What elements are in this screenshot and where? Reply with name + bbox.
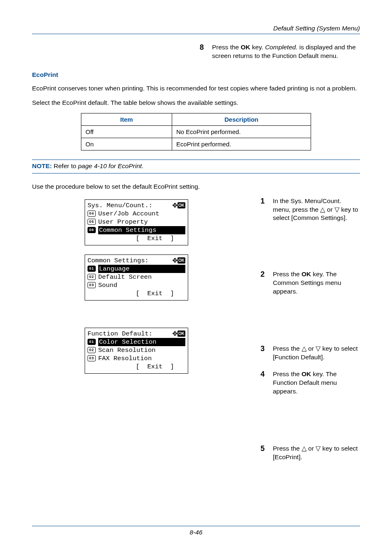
step-1: 1 In the Sys. Menu/Count. menu, press th… — [261, 197, 360, 223]
ok-icon: OK — [178, 331, 185, 337]
down-arrow-icon: ▽ — [316, 345, 321, 352]
right-column: 1 In the Sys. Menu/Count. menu, press th… — [261, 197, 360, 470]
menu-num-badge: 04 — [88, 210, 96, 217]
ok-icon: OK — [178, 257, 185, 264]
table-row: Off No EcoPrint performed. — [81, 125, 311, 138]
lcd-panel-common-settings: Common Settings: ✥ OK 01Language 02Defau… — [85, 254, 188, 301]
procedure-intro: Use the procedure below to set the defau… — [32, 183, 360, 191]
menu-num-badge: 01 — [88, 339, 96, 345]
page-header: Default Setting (System Menu) — [32, 25, 360, 34]
two-column: Sys. Menu/Count.: ✥ OK 04User/Job Accoun… — [32, 197, 360, 470]
ok-icon: OK — [178, 202, 185, 208]
page-footer: 8-46 — [32, 526, 360, 536]
step-text: Press the OK key. Completed. is displaye… — [212, 43, 360, 60]
paragraph: EcoPrint conserves toner when printing. … — [32, 84, 360, 93]
page: Default Setting (System Menu) 8 Press th… — [0, 0, 392, 555]
step-5: 5 Press the △ or ▽ key to select [EcoPri… — [261, 444, 360, 462]
nav-arrows-icon: ✥ — [172, 330, 178, 338]
nav-arrows-icon: ✥ — [172, 257, 178, 265]
note: NOTE: Refer to page 4-10 for EcoPrint. — [32, 160, 360, 173]
menu-num-badge: 03 — [88, 282, 96, 288]
menu-num-badge: 02 — [88, 347, 96, 353]
ecoprint-heading: EcoPrint — [32, 71, 360, 79]
left-column: Sys. Menu/Count.: ✥ OK 04User/Job Accoun… — [32, 197, 241, 470]
note-label: NOTE: — [32, 162, 52, 169]
up-arrow-icon: △ — [320, 206, 325, 213]
paragraph: Select the EcoPrint default. The table b… — [32, 99, 360, 107]
lcd-panel-sys-menu: Sys. Menu/Count.: ✥ OK 04User/Job Accoun… — [85, 199, 188, 245]
nav-arrows-icon: ✥ — [172, 201, 178, 210]
down-arrow-icon: ▽ — [316, 445, 321, 452]
up-arrow-icon: △ — [302, 345, 307, 352]
menu-num-badge: 06 — [88, 227, 96, 233]
table-header-item: Item — [81, 113, 172, 125]
up-arrow-icon: △ — [302, 445, 307, 452]
step-number: 8 — [200, 43, 212, 60]
step-3: 3 Press the △ or ▽ key to select [Functi… — [261, 345, 360, 362]
ecoprint-table: Item Description Off No EcoPrint perform… — [81, 113, 311, 150]
step-8: 8 Press the OK key. Completed. is displa… — [200, 43, 360, 60]
lcd-panel-function-default: Function Default: ✥ OK 01Color Selection… — [85, 328, 188, 374]
menu-num-badge: 05 — [88, 219, 96, 225]
menu-num-badge: 03 — [88, 355, 96, 361]
table-row: On EcoPrint performed. — [81, 138, 311, 150]
down-arrow-icon: ▽ — [334, 206, 339, 213]
table-header-description: Description — [172, 113, 311, 125]
menu-num-badge: 01 — [88, 266, 96, 272]
step-2: 2 Press the OK key. The Common Settings … — [261, 270, 360, 296]
step-4: 4 Press the OK key. The Function Default… — [261, 370, 360, 396]
menu-num-badge: 02 — [88, 274, 96, 280]
